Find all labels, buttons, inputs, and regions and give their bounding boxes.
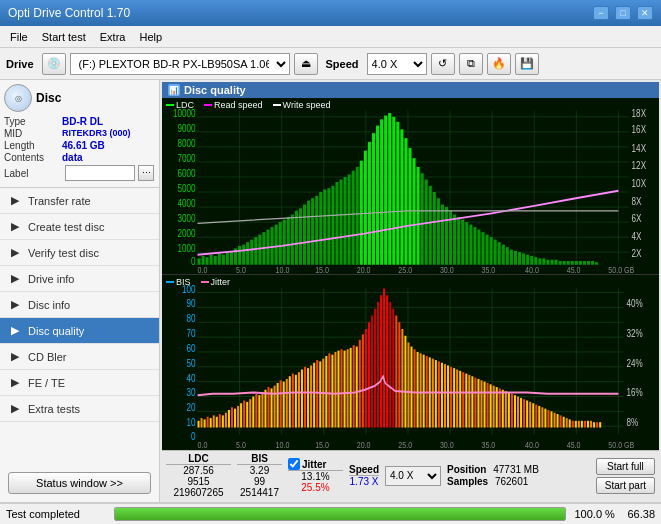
- nav-arrow-icon: ▶: [8, 350, 22, 364]
- speed-select[interactable]: 4.0 X: [367, 53, 427, 75]
- svg-text:12X: 12X: [632, 161, 646, 172]
- speed-dropdown[interactable]: 4.0 X: [385, 466, 441, 486]
- drive-select[interactable]: (F:) PLEXTOR BD-R PX-LB950SA 1.06: [70, 53, 290, 75]
- refresh-button[interactable]: ↺: [431, 53, 455, 75]
- sidebar-item-fe-te[interactable]: ▶FE / TE: [0, 370, 159, 396]
- menu-start-test[interactable]: Start test: [36, 29, 92, 45]
- svg-rect-79: [307, 201, 310, 265]
- nav-arrow-icon: ▶: [8, 324, 22, 338]
- svg-text:10: 10: [186, 416, 195, 428]
- avg-bis: 3.29: [250, 465, 269, 476]
- svg-rect-272: [420, 353, 422, 427]
- svg-text:40%: 40%: [627, 297, 644, 309]
- svg-text:8X: 8X: [632, 196, 642, 207]
- svg-rect-218: [255, 393, 257, 427]
- jitter-legend-item: Jitter: [201, 277, 231, 287]
- svg-rect-144: [571, 261, 574, 265]
- bis-legend-item: BIS: [166, 277, 191, 287]
- svg-text:40: 40: [186, 371, 195, 383]
- sidebar-item-cd-bler[interactable]: ▶CD Bler: [0, 344, 159, 370]
- svg-rect-118: [465, 222, 468, 265]
- speed-stats: Speed 1.73 X: [349, 464, 379, 487]
- sidebar-item-verify-test-disc[interactable]: ▶Verify test disc: [0, 240, 159, 266]
- save-button[interactable]: 💾: [515, 53, 539, 75]
- close-button[interactable]: ✕: [637, 6, 653, 20]
- svg-rect-328: [590, 420, 592, 427]
- menu-file[interactable]: File: [4, 29, 34, 45]
- length-value: 46.61 GB: [62, 140, 105, 151]
- status-window-button[interactable]: Status window >>: [8, 472, 151, 494]
- titlebar: Opti Drive Control 1.70 − □ ✕: [0, 0, 661, 26]
- svg-rect-96: [376, 126, 379, 265]
- mid-value: RITEKDR3 (000): [62, 128, 131, 139]
- status-window-area: Status window >>: [0, 464, 159, 502]
- svg-rect-88: [344, 177, 347, 265]
- status-time: 66.38: [627, 508, 655, 520]
- svg-rect-143: [567, 261, 570, 265]
- svg-rect-104: [408, 148, 411, 265]
- svg-rect-121: [477, 230, 480, 265]
- svg-rect-102: [400, 129, 403, 264]
- avg-ldc: 287.56: [183, 465, 214, 476]
- svg-rect-210: [231, 407, 233, 427]
- menu-help[interactable]: Help: [133, 29, 168, 45]
- svg-rect-227: [283, 381, 285, 427]
- svg-rect-298: [499, 388, 501, 427]
- svg-rect-80: [311, 198, 314, 264]
- jitter-checkbox[interactable]: [288, 458, 300, 470]
- sidebar-item-create-test-disc[interactable]: ▶Create test disc: [0, 214, 159, 240]
- svg-rect-248: [347, 349, 349, 427]
- svg-rect-320: [566, 418, 568, 427]
- start-part-button[interactable]: Start part: [596, 477, 655, 494]
- copy-button[interactable]: ⧉: [459, 53, 483, 75]
- nav-arrow-icon: ▶: [8, 246, 22, 260]
- svg-rect-295: [490, 384, 492, 427]
- total-bis: 2514417: [240, 487, 279, 498]
- svg-rect-232: [298, 372, 300, 427]
- sidebar-item-disc-quality[interactable]: ▶Disc quality: [0, 318, 159, 344]
- maximize-button[interactable]: □: [615, 6, 631, 20]
- eject-button[interactable]: ⏏: [294, 53, 318, 75]
- svg-text:10X: 10X: [632, 178, 646, 189]
- sidebar-item-disc-info[interactable]: ▶Disc info: [0, 292, 159, 318]
- svg-rect-59: [226, 252, 229, 265]
- svg-rect-263: [392, 308, 394, 427]
- menu-extra[interactable]: Extra: [94, 29, 132, 45]
- burn-button[interactable]: 🔥: [487, 53, 511, 75]
- svg-rect-148: [587, 261, 590, 265]
- drive-label: Drive: [6, 58, 34, 70]
- svg-rect-75: [291, 215, 294, 265]
- speed-label: Speed: [326, 58, 359, 70]
- svg-rect-60: [230, 251, 233, 265]
- start-full-button[interactable]: Start full: [596, 458, 655, 475]
- svg-rect-239: [319, 361, 321, 427]
- svg-rect-136: [538, 258, 541, 264]
- max-bis: 99: [254, 476, 265, 487]
- svg-rect-85: [331, 186, 334, 265]
- svg-rect-235: [307, 368, 309, 427]
- svg-text:20: 20: [186, 401, 195, 413]
- drive-icon: 💿: [42, 53, 66, 75]
- svg-rect-66: [254, 237, 257, 265]
- svg-rect-303: [514, 395, 516, 427]
- sidebar-item-transfer-rate[interactable]: ▶Transfer rate: [0, 188, 159, 214]
- svg-rect-224: [274, 385, 276, 427]
- svg-text:0.0: 0.0: [198, 266, 208, 274]
- svg-rect-82: [319, 192, 322, 265]
- svg-rect-200: [201, 418, 203, 427]
- minimize-button[interactable]: −: [593, 6, 609, 20]
- label-browse-button[interactable]: ⋯: [138, 165, 154, 181]
- svg-rect-252: [359, 339, 361, 427]
- svg-rect-309: [532, 403, 534, 427]
- svg-rect-284: [456, 369, 458, 427]
- svg-text:50.0 GB: 50.0 GB: [608, 438, 634, 449]
- sidebar-item-drive-info[interactable]: ▶Drive info: [0, 266, 159, 292]
- main-content: 📊 Disc quality LDC Read speed: [160, 80, 661, 502]
- label-input[interactable]: [65, 165, 135, 181]
- sidebar-item-extra-tests[interactable]: ▶Extra tests: [0, 396, 159, 422]
- svg-text:9000: 9000: [177, 123, 195, 134]
- svg-rect-101: [396, 122, 399, 265]
- svg-rect-64: [246, 242, 249, 265]
- svg-rect-268: [407, 342, 409, 427]
- svg-rect-128: [506, 247, 509, 265]
